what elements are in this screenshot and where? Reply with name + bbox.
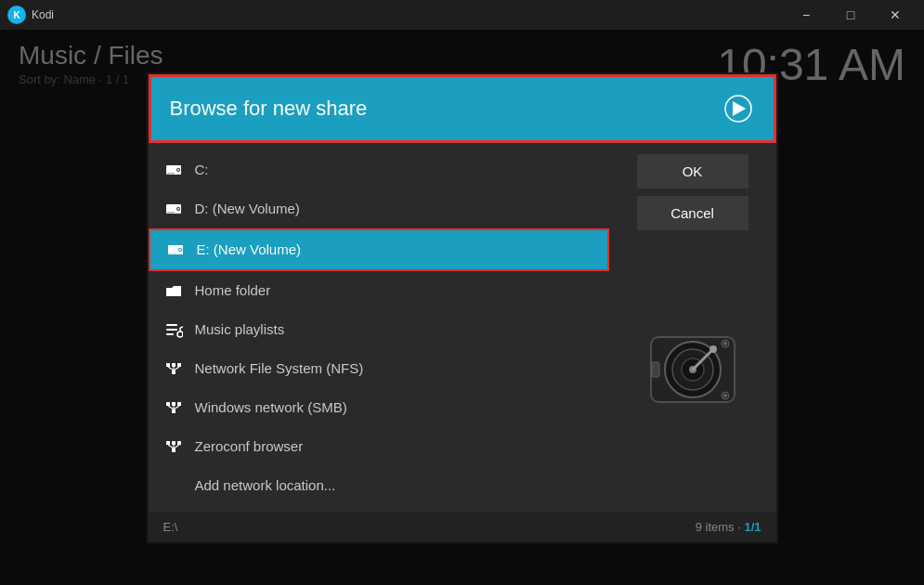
svg-rect-16 [166, 329, 177, 331]
footer-page: 1/1 [744, 520, 761, 534]
playlist-icon [163, 319, 184, 340]
dialog-body: C: D: (New Volume) [149, 143, 776, 513]
svg-rect-31 [172, 410, 176, 413]
svg-line-32 [168, 406, 174, 410]
svg-rect-36 [172, 441, 176, 445]
drive-image-container [646, 238, 739, 501]
network-icon [163, 397, 184, 418]
svg-rect-30 [177, 402, 181, 406]
svg-line-26 [174, 367, 179, 370]
svg-point-8 [177, 208, 179, 210]
svg-rect-38 [172, 448, 176, 452]
svg-rect-5 [167, 173, 175, 175]
list-item-add-network[interactable]: Add network location... [149, 466, 609, 505]
svg-line-33 [174, 406, 179, 410]
list-item-label: D: (New Volume) [195, 201, 300, 216]
list-item-label: E: (New Volume) [197, 241, 302, 257]
svg-rect-21 [166, 363, 170, 367]
list-item-label: Music playlists [195, 321, 285, 337]
close-button[interactable]: ✕ [874, 0, 917, 30]
list-item[interactable]: Zeroconf browser [149, 427, 609, 466]
list-item[interactable]: D: (New Volume) [149, 189, 609, 228]
svg-rect-14 [166, 288, 181, 296]
svg-rect-29 [172, 402, 176, 406]
footer-items-count: 9 items · [696, 520, 745, 534]
kodi-logo-icon: K [7, 6, 26, 24]
minimize-button[interactable]: − [785, 0, 827, 30]
list-item[interactable]: Home folder [149, 271, 609, 310]
main-area: Music / Files Sort by: Name · 1 / 1 10:3… [0, 30, 924, 585]
svg-point-4 [177, 169, 179, 171]
svg-rect-17 [166, 333, 174, 335]
title-bar: K Kodi − □ ✕ [0, 0, 924, 30]
svg-rect-55 [652, 362, 659, 377]
placeholder-icon [163, 475, 184, 496]
svg-rect-23 [177, 363, 181, 367]
dialog-actions: OK Cancel [609, 143, 776, 513]
svg-rect-24 [172, 370, 176, 374]
list-item-label: Add network location... [195, 477, 336, 493]
title-bar-left: K Kodi [7, 6, 54, 24]
footer-path: E:\ [163, 520, 178, 534]
drive-icon [163, 160, 184, 180]
svg-rect-22 [172, 363, 176, 367]
list-item-label: Windows network (SMB) [195, 399, 347, 415]
dialog-title: Browse for new share [170, 97, 368, 121]
list-item[interactable]: C: [149, 150, 609, 189]
folder-icon [163, 280, 184, 301]
file-list: C: D: (New Volume) [149, 143, 609, 513]
kodi-header-icon [722, 92, 755, 125]
list-item-label: Network File System (NFS) [195, 360, 364, 376]
svg-rect-28 [166, 402, 170, 406]
drive-icon [165, 240, 186, 260]
maximize-button[interactable]: □ [829, 0, 872, 30]
hdd-icon [646, 323, 739, 416]
svg-rect-35 [166, 441, 170, 445]
svg-line-20 [180, 327, 183, 328]
svg-rect-13 [169, 253, 176, 254]
cancel-button[interactable]: Cancel [637, 196, 748, 230]
drive-icon [163, 199, 184, 219]
svg-point-12 [179, 249, 181, 251]
list-item-label: C: [195, 162, 209, 177]
footer-items: 9 items · 1/1 [696, 520, 761, 534]
ok-button[interactable]: OK [637, 154, 748, 188]
dialog: Browse for new share [147, 72, 778, 543]
svg-point-48 [709, 345, 717, 353]
svg-rect-15 [166, 324, 177, 326]
list-item[interactable]: Windows network (SMB) [149, 388, 609, 427]
svg-line-25 [168, 367, 174, 370]
list-item-label: Zeroconf browser [195, 438, 304, 454]
list-item[interactable]: Network File System (NFS) [149, 349, 609, 388]
svg-point-18 [177, 332, 183, 337]
title-bar-controls: − □ ✕ [785, 0, 917, 30]
list-item-selected[interactable]: E: (New Volume) [149, 228, 609, 271]
dialog-footer: E:\ 9 items · 1/1 [149, 513, 776, 541]
svg-line-39 [168, 445, 174, 448]
svg-rect-9 [167, 212, 175, 214]
title-bar-title: Kodi [32, 8, 54, 21]
list-item-label: Home folder [195, 282, 271, 298]
svg-line-40 [174, 445, 179, 448]
svg-rect-37 [177, 441, 181, 445]
dialog-overlay: Browse for new share [0, 30, 924, 585]
network-icon [163, 436, 184, 457]
network-icon [163, 358, 184, 379]
list-item[interactable]: Music playlists [149, 310, 609, 349]
dialog-header: Browse for new share [149, 74, 776, 143]
